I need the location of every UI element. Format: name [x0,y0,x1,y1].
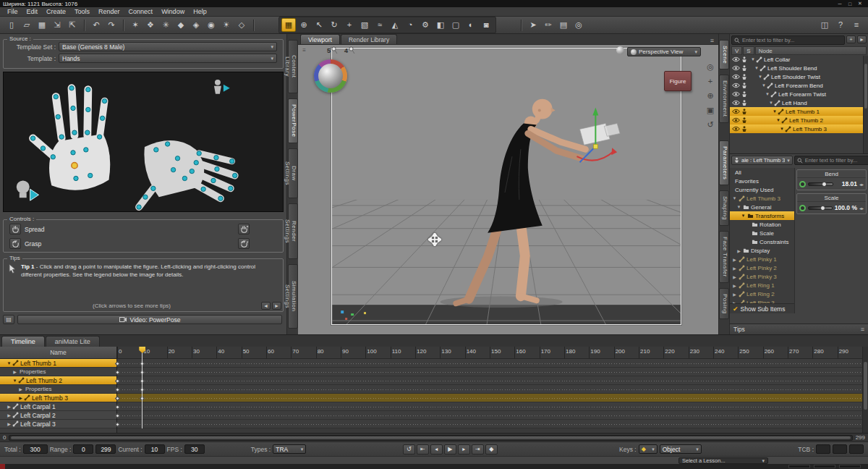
scene-node-row[interactable]: ▼Left Thumb 3 [730,124,868,133]
universal-manipulator-button[interactable]: ⊕ [297,18,311,32]
slider-thumb[interactable] [820,206,825,211]
timeline-row-left-thumb-2[interactable]: ▼Left Thumb 2 [0,376,116,385]
param-group-left-pinky-1[interactable]: ▶Left Pinky 1 [730,255,794,263]
expand-arrow[interactable]: ▼ [750,57,756,62]
menu-window[interactable]: Window [157,8,189,15]
help-button[interactable]: ? [833,18,848,32]
timeline-track-row[interactable] [117,394,862,402]
timeline-track-row[interactable] [117,376,862,385]
key-types-dropdown[interactable]: TRA ▾ [273,444,306,454]
left-tab-simulation-settings[interactable]: Simulation Settings [288,264,298,329]
menu-tools[interactable]: Tools [70,8,94,15]
parameters-filter-input[interactable] [805,157,868,164]
right-tab-parameters[interactable]: Parameters [719,140,729,185]
scene-node-row[interactable]: ▼Left Forearm Bend [730,81,868,90]
figure-icon[interactable] [741,65,747,72]
visibility-toggle[interactable] [732,56,740,62]
keyframe-marker[interactable] [115,404,120,409]
figure-icon[interactable] [741,91,747,98]
geometry-editor-button[interactable]: ◔ [403,18,417,32]
stepper-buttons[interactable]: ◂▸ [859,206,864,211]
expand-arrow[interactable]: ▼ [761,83,767,88]
eye-icon[interactable] [732,74,740,80]
param-group-left-pinky-3[interactable]: ▶Left Pinky 3 [730,272,794,281]
key-icon-dropdown[interactable]: ◆ ▾ [639,444,658,454]
measure-tool-button[interactable]: ✏ [541,18,556,32]
param-filter-all[interactable]: All [730,168,794,177]
tips-collapsed-bar[interactable]: Tips ≡ [730,324,868,334]
timeline-track-row[interactable] [117,359,862,368]
stepper-buttons[interactable]: ◂▸ [859,182,864,187]
visibility-toggle[interactable] [732,91,740,97]
eye-icon[interactable] [732,100,740,106]
param-group-left-ring-1[interactable]: ▶Left Ring 1 [730,281,794,290]
slider-track[interactable] [808,206,833,210]
pane-menu-button[interactable]: ≡ [849,18,864,32]
parameter-value[interactable]: 18.01 [835,180,857,187]
dial-icon[interactable] [799,181,806,187]
parameters-node-selector[interactable]: ale : Left Thumb 3 ▾ [731,156,793,165]
expand-arrow[interactable]: ▶ [6,421,12,426]
pane-menu-icon[interactable]: ≡ [708,37,716,44]
expand-arrow[interactable]: ▼ [768,101,774,105]
dolly-view-button[interactable]: ⊕ [705,90,716,101]
keyframe-marker[interactable] [115,413,120,418]
add-hair-button[interactable]: ✳ [158,18,173,32]
timeline-track-row[interactable] [117,368,862,376]
keyframe-marker[interactable] [115,421,120,426]
figure-icon[interactable] [741,56,747,63]
figure-icon[interactable] [741,100,747,106]
node-selection-button[interactable]: ↖ [312,18,326,32]
visibility-toggle[interactable] [732,126,740,132]
previous-frame-button[interactable]: ◂ [430,444,443,455]
timeline-vertical-scrollbar[interactable] [862,347,868,433]
new-scene-button[interactable]: ▯ [4,18,19,32]
param-filter-favorites[interactable]: Favorites [730,177,794,185]
param-group-constraints[interactable]: Constraints [730,237,794,246]
expand-arrow[interactable]: ▼ [6,361,12,366]
add-null-button[interactable]: ◇ [234,18,249,32]
param-group-left-pinky-2[interactable]: ▶Left Pinky 2 [730,263,794,272]
visibility-toggle[interactable] [732,109,740,114]
eye-icon[interactable] [732,83,740,88]
node-weight-brush-button[interactable]: ◭ [388,18,402,32]
rotate-tool-button[interactable]: ↻ [327,18,341,32]
timeline-track-row[interactable] [117,385,862,394]
keyframe-marker[interactable] [115,378,120,383]
figure-icon[interactable] [741,126,747,132]
add-camera-button[interactable]: ◉ [204,18,218,32]
timeline-tab-timeline[interactable]: Timeline [1,336,45,347]
add-environment-button[interactable]: ◈ [189,18,203,32]
menu-edit[interactable]: Edit [22,8,43,15]
expand-arrow[interactable]: ▶ [6,404,12,409]
frame-view-button[interactable]: ▣ [705,104,716,116]
scene-filter-input[interactable] [742,37,842,43]
timeline-row-left-thumb-1[interactable]: ▼Left Thumb 1 [0,359,116,368]
next-frame-button[interactable]: ▸ [458,444,470,455]
param-group-transforms[interactable]: ▼Transforms [730,211,794,220]
expand-arrow[interactable]: ▶ [17,386,24,392]
joint-editor-button[interactable]: ⚙ [418,18,433,32]
expand-arrow[interactable]: ▼ [757,75,763,79]
spread-hand-icon[interactable] [9,224,21,234]
powerpose-options-button[interactable]: ▤ [3,315,14,324]
menu-file[interactable]: File [3,8,22,15]
selected-joint-dot[interactable] [72,163,77,169]
show-sub-items-checkbox[interactable]: ✔ Show Sub Items [730,303,794,313]
previous-tip-button[interactable]: ◄ [261,302,271,310]
timeline-track-row[interactable] [117,420,862,428]
eye-icon[interactable] [732,91,740,97]
timeline-row-left-carpal-2[interactable]: ▶Left Carpal 2 [0,411,116,420]
eye-icon[interactable] [732,117,740,123]
visibility-toggle[interactable] [732,83,740,88]
head-preview-icon[interactable] [17,180,39,200]
next-tip-button[interactable]: ► [272,302,281,310]
left-tab-render-settings[interactable]: Render Settings [288,203,298,259]
scene-collapse-button[interactable]: ► [857,35,867,43]
camera-view-selector[interactable]: Perspective View ▾ [627,47,701,56]
right-tab-posing[interactable]: Posing [719,288,729,319]
keyframe-marker[interactable] [115,395,120,400]
powerpose-hands-map[interactable] [3,72,284,212]
menu-help[interactable]: Help [189,8,211,15]
param-group-rotation[interactable]: Rotation [730,220,794,229]
